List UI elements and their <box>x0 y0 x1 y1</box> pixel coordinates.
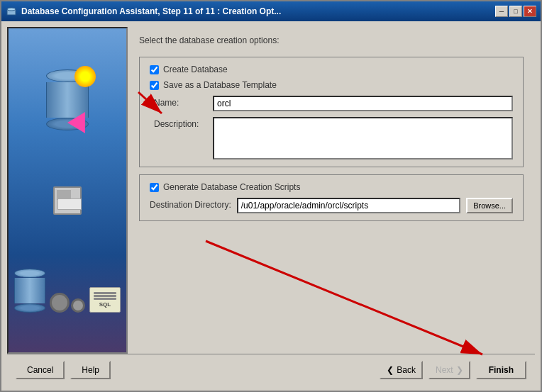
name-input[interactable] <box>213 96 513 111</box>
save-template-checkbox[interactable] <box>150 81 159 90</box>
close-button[interactable]: ✕ <box>524 6 536 17</box>
small-cylinder-bottom <box>14 303 45 313</box>
bottom-bar: Cancel Help ❮ Back Next ❯ Finish <box>7 354 535 385</box>
description-row: Description: <box>154 117 513 159</box>
scripts-label: Generate Database Creation Scripts <box>163 182 300 192</box>
destination-input[interactable] <box>237 198 460 213</box>
save-template-label: Save as a Database Template <box>163 80 277 90</box>
bottom-icons: SQL <box>14 269 121 313</box>
browse-button[interactable]: Browse... <box>466 198 513 213</box>
content-area: SQL Select the database creation options… <box>1 21 541 391</box>
help-button[interactable]: Help <box>70 361 111 379</box>
form-header: Select the database creation options: <box>139 35 524 45</box>
back-label: Back <box>397 365 416 375</box>
create-database-checkbox[interactable] <box>150 65 159 74</box>
main-window: Database Configuration Assistant, Step 1… <box>0 0 542 392</box>
finish-button[interactable]: Finish <box>476 361 526 379</box>
gear-large <box>50 293 70 313</box>
back-button[interactable]: ❮ Back <box>380 361 423 379</box>
right-panel: Select the database creation options: Cr… <box>128 27 535 354</box>
options-group: Create Database Save as a Database Templ… <box>139 57 524 167</box>
database-illustration <box>46 69 89 130</box>
next-chevron: ❯ <box>456 365 463 375</box>
window-icon <box>6 6 17 17</box>
destination-label: Destination Directory: <box>150 200 231 211</box>
scripts-row: Generate Database Creation Scripts <box>150 182 513 192</box>
title-bar: Database Configuration Assistant, Step 1… <box>1 1 541 21</box>
floppy-group <box>53 186 82 215</box>
description-label: Description: <box>154 117 207 129</box>
back-chevron: ❮ <box>387 365 394 375</box>
cancel-button[interactable]: Cancel <box>16 361 65 379</box>
name-row: Name: <box>154 96 513 111</box>
scripts-checkbox[interactable] <box>150 183 159 192</box>
next-button[interactable]: Next ❯ <box>428 361 470 379</box>
illustration-panel: SQL <box>7 27 128 354</box>
svg-point-1 <box>7 8 16 11</box>
sql-block: SQL <box>89 287 121 313</box>
gear-group <box>50 293 85 313</box>
small-cylinder-body <box>14 278 45 303</box>
floppy-icon <box>53 186 82 215</box>
save-template-row: Save as a Database Template <box>150 80 513 90</box>
create-database-row: Create Database <box>150 65 513 74</box>
pink-arrow <box>67 112 85 133</box>
star-burst <box>74 66 96 87</box>
gear-small <box>71 298 85 313</box>
next-label: Next <box>436 365 453 375</box>
create-database-label: Create Database <box>163 65 228 74</box>
destination-row: Destination Directory: Browse... <box>150 198 513 213</box>
small-cylinder <box>14 269 45 313</box>
restore-button[interactable]: □ <box>509 6 522 17</box>
description-textarea[interactable] <box>213 117 513 159</box>
scripts-group: Generate Database Creation Scripts Desti… <box>139 174 524 221</box>
name-label: Name: <box>154 96 207 108</box>
window-controls: ─ □ ✕ <box>495 6 536 17</box>
window-title: Database Configuration Assistant, Step 1… <box>21 6 491 16</box>
sql-text: SQL <box>99 301 111 308</box>
main-panel: SQL Select the database creation options… <box>7 27 535 354</box>
minimize-button[interactable]: ─ <box>495 6 508 17</box>
small-cylinder-top <box>14 269 45 278</box>
